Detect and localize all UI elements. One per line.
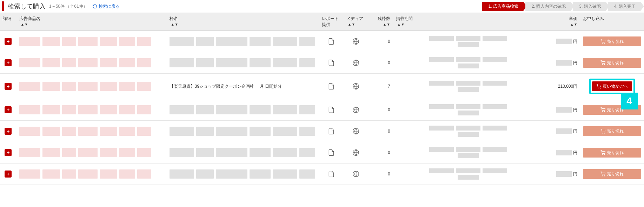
globe-icon <box>352 83 359 90</box>
blurred-slot <box>170 169 316 179</box>
table-row: +0円売り切れ <box>0 142 644 163</box>
svg-point-14 <box>602 112 603 112</box>
expand-button[interactable]: + <box>5 83 12 90</box>
document-icon <box>328 106 335 114</box>
expand-button[interactable]: + <box>5 149 12 156</box>
blurred-price: 円 <box>546 128 578 134</box>
slot-text: 【楽天原資】39ショップ限定クーポン企画枠 月 日開始分 <box>170 84 282 89</box>
price-value: 210,000円 <box>546 84 578 89</box>
results-table: 詳細 広告商品名▲▼ 枠名▲▼ レポート提供 メディア▲▼ 残枠数▲▼ 掲載期間… <box>0 13 644 185</box>
cart-icon <box>600 107 605 112</box>
col-period[interactable]: 掲載期間▲▼ <box>393 13 543 31</box>
blurred-slot <box>170 58 316 67</box>
remain-value: 7 <box>388 84 390 89</box>
page-title: 検索して購入 <box>8 2 46 11</box>
cart-icon <box>600 150 605 155</box>
step-4: 4. 購入完了 <box>608 2 640 11</box>
svg-point-2 <box>602 43 603 44</box>
blurred-period <box>396 104 540 115</box>
step-2: 2. 購入内容の確認 <box>525 2 571 11</box>
expand-button[interactable]: + <box>5 38 12 45</box>
col-remain[interactable]: 残枠数▲▼ <box>368 13 393 31</box>
sort-icon[interactable]: ▲▼ <box>171 23 178 26</box>
blurred-slot <box>170 37 316 46</box>
sold-out-button: 売り切れ <box>583 126 641 136</box>
step-3: 3. 購入確認 <box>573 2 605 11</box>
expand-button[interactable]: + <box>5 106 12 113</box>
col-media[interactable]: メディア▲▼ <box>344 13 368 31</box>
svg-point-26 <box>602 176 603 176</box>
sold-out-button: 売り切れ <box>583 169 641 179</box>
svg-point-6 <box>602 65 603 65</box>
col-price[interactable]: 単価▲▼ <box>543 13 580 31</box>
sort-icon[interactable]: ▲▼ <box>570 23 577 26</box>
blurred-name <box>19 82 164 91</box>
add-to-cart-button[interactable]: 買い物かごへ <box>592 81 632 91</box>
document-icon <box>328 82 335 90</box>
table-row: +【楽天原資】39ショップ限定クーポン企画枠 月 日開始分7210,000円買い… <box>0 74 644 99</box>
expand-button[interactable]: + <box>5 171 12 178</box>
cart-icon <box>600 60 605 65</box>
header-bar: 検索して購入 1～50件 （全61件） 検索に戻る 1. 広告商品検索 2. 購… <box>0 0 644 13</box>
accent-bar <box>2 1 4 11</box>
document-icon <box>328 149 335 156</box>
back-to-search-link[interactable]: 検索に戻る <box>92 4 120 9</box>
table-row: +0円売り切れ <box>0 163 644 185</box>
sort-icon[interactable]: ▲▼ <box>383 23 390 26</box>
sold-out-button: 売り切れ <box>583 148 641 158</box>
svg-point-3 <box>604 43 605 44</box>
blurred-slot <box>170 148 316 157</box>
expand-button[interactable]: + <box>5 59 12 66</box>
cart-icon <box>596 84 601 89</box>
document-icon <box>328 170 335 178</box>
step-1: 1. 広告商品検索 <box>482 2 523 11</box>
col-name[interactable]: 広告商品名▲▼ <box>16 13 167 31</box>
blurred-name <box>19 105 164 114</box>
document-icon <box>328 38 335 45</box>
sort-icon[interactable]: ▲▼ <box>397 23 405 26</box>
blurred-name <box>19 58 164 67</box>
expand-button[interactable]: + <box>5 128 12 135</box>
document-icon <box>328 59 335 67</box>
globe-icon <box>352 106 359 113</box>
undo-icon <box>92 4 97 9</box>
blurred-period <box>396 147 540 158</box>
table-row: +0円売り切れ <box>0 31 644 52</box>
blurred-slot <box>170 127 316 136</box>
col-apply: お申し込み <box>580 13 644 31</box>
result-count: 1～50件 （全61件） <box>49 4 87 9</box>
step-indicator: 1. 広告商品検索 2. 購入内容の確認 3. 購入確認 4. 購入完了 <box>482 2 640 11</box>
cart-icon <box>600 129 605 134</box>
sold-out-button: 売り切れ <box>583 58 641 68</box>
globe-icon <box>352 59 359 66</box>
sort-icon[interactable]: ▲▼ <box>348 23 355 26</box>
back-label: 検索に戻る <box>99 4 120 9</box>
blurred-price: 円 <box>546 107 578 113</box>
table-row: +0円売り切れ <box>0 121 644 142</box>
svg-point-10 <box>598 88 598 88</box>
remain-value: 0 <box>388 172 390 176</box>
svg-point-18 <box>602 133 603 133</box>
blurred-slot <box>170 105 316 114</box>
blurred-period <box>396 57 540 68</box>
remain-value: 0 <box>388 150 390 155</box>
blurred-name <box>19 148 164 157</box>
svg-point-19 <box>604 133 605 133</box>
blurred-price: 円 <box>546 60 578 66</box>
blurred-name <box>19 169 164 179</box>
blurred-price: 円 <box>546 150 578 156</box>
cart-icon <box>600 172 605 176</box>
blurred-name <box>19 127 164 136</box>
table-row: +0円売り切れ <box>0 99 644 121</box>
col-slot[interactable]: 枠名▲▼ <box>167 13 319 31</box>
blurred-price: 円 <box>546 171 578 177</box>
globe-icon <box>352 128 359 135</box>
sort-icon[interactable]: ▲▼ <box>21 23 28 26</box>
col-expand: 詳細 <box>0 13 16 31</box>
svg-point-15 <box>604 112 605 112</box>
annotation-badge-4: 4 <box>621 93 638 109</box>
blurred-period <box>396 168 540 180</box>
highlight-box: 買い物かごへ <box>589 79 635 94</box>
blurred-period <box>396 81 540 92</box>
globe-icon <box>352 171 359 178</box>
